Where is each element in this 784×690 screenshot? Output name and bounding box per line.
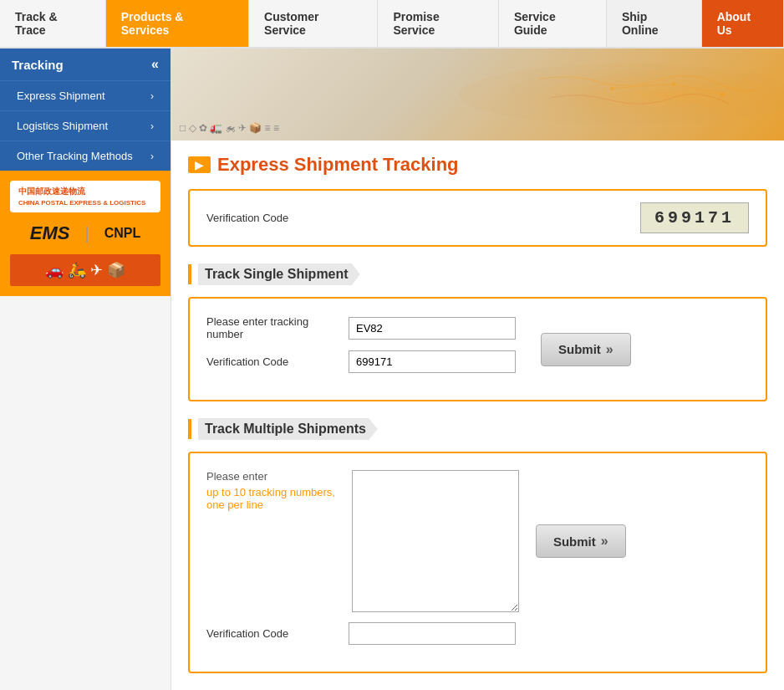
double-arrow-icon: » (606, 342, 613, 357)
verification-code-box: Verification Code 699171 (188, 189, 767, 247)
verification-label: Verification Code (206, 212, 288, 224)
banner-map-graphic (416, 49, 784, 141)
track-multiple-section-header: Track Multiple Shipments (188, 418, 767, 440)
track-single-form-box: Please enter tracking number Verificatio… (188, 297, 767, 401)
main-content: □ ◇ ✿ 🚛 🏍 ✈ 📦 ≡ ≡ ▶ Express Shipment Tra… (171, 49, 784, 690)
tracking-number-input[interactable] (349, 317, 516, 340)
section-arrow-button[interactable]: ▶ (188, 156, 211, 173)
single-verification-input[interactable] (349, 350, 516, 373)
main-layout: Tracking « Express Shipment › Logistics … (0, 49, 784, 690)
nav-about-us[interactable]: About Us (702, 0, 784, 47)
nav-ship-online[interactable]: Ship Online (607, 0, 702, 47)
track-single-submit-button[interactable]: Submit » (541, 333, 631, 366)
track-single-title: Track Single Shipment (198, 263, 360, 285)
nav-promise-service[interactable]: Promise Service (378, 0, 498, 47)
tracking-number-row: Please enter tracking number (206, 315, 516, 340)
sidebar-tracking-label: Tracking (12, 58, 64, 72)
brand-ems-box: EMS | CNPL (10, 219, 160, 248)
track-single-form-inner: Please enter tracking number Verificatio… (206, 315, 749, 383)
track-multiple-submit-button[interactable]: Submit » (536, 524, 626, 558)
multiple-verification-label: Verification Code (206, 627, 340, 640)
multiple-verification-input[interactable] (349, 622, 516, 645)
section-title: ▶ Express Shipment Tracking (188, 154, 767, 176)
cnpl-logo-icon: 中国邮政速递物流 CHINA POSTAL EXPRESS & LOGISTIC… (18, 186, 145, 207)
multi-instruction: Please enter up to 10 tracking numbers, … (206, 470, 335, 511)
track-multiple-form-box: Please enter up to 10 tracking numbers, … (188, 452, 767, 673)
chevron-right-icon: › (150, 120, 154, 132)
track-single-section-header: Track Single Shipment (188, 263, 767, 285)
section-bar-multiple (188, 419, 191, 439)
chevron-right-icon: › (150, 151, 154, 162)
sidebar-tracking-header[interactable]: Tracking « (0, 49, 171, 80)
brand-cnpl-box: 中国邮政速递物流 CHINA POSTAL EXPRESS & LOGISTIC… (10, 181, 160, 212)
single-verification-label: Verification Code (206, 355, 340, 368)
banner: □ ◇ ✿ 🚛 🏍 ✈ 📦 ≡ ≡ (171, 49, 784, 141)
multiple-tracking-textarea[interactable] (352, 470, 519, 612)
brand-icons: 🚗 🛵 ✈ 📦 (10, 254, 160, 286)
track-multiple-title: Track Multiple Shipments (198, 418, 378, 440)
sidebar: Tracking « Express Shipment › Logistics … (0, 49, 171, 690)
track-single-fields: Please enter tracking number Verificatio… (206, 315, 516, 383)
double-arrow-icon-multiple: » (601, 534, 608, 549)
nav-customer-service[interactable]: Customer Service (249, 0, 378, 47)
banner-icons-bar: □ ◇ ✿ 🚛 🏍 ✈ 📦 ≡ ≡ (180, 122, 279, 134)
sidebar-item-logistics-shipment[interactable]: Logistics Shipment › (0, 110, 171, 141)
sidebar-item-express-shipment[interactable]: Express Shipment › (0, 80, 171, 110)
track-multiple-left: Please enter up to 10 tracking numbers, … (206, 470, 335, 511)
ems-logo: EMS (30, 222, 70, 244)
sidebar-brand: 中国邮政速递物流 CHINA POSTAL EXPRESS & LOGISTIC… (0, 171, 171, 296)
tracking-number-label: Please enter tracking number (206, 315, 340, 340)
nav-track-trace[interactable]: Track & Trace (0, 0, 106, 47)
track-multiple-form-inner: Please enter up to 10 tracking numbers, … (206, 470, 749, 612)
svg-point-0 (460, 64, 784, 125)
captcha-image: 699171 (640, 202, 749, 233)
cnpl-abbr: CNPL (104, 226, 141, 241)
single-verification-row: Verification Code (206, 350, 516, 373)
multiple-verification-row: Verification Code (206, 622, 749, 645)
section-bar (188, 264, 191, 284)
sidebar-tracking-chevron: « (151, 57, 159, 72)
chevron-right-icon: › (150, 90, 154, 102)
sidebar-item-other-tracking[interactable]: Other Tracking Methods › (0, 141, 171, 171)
nav-service-guide[interactable]: Service Guide (499, 0, 607, 47)
content-area: ▶ Express Shipment Tracking Verification… (171, 141, 784, 690)
nav-products-services[interactable]: Products & Services (106, 0, 249, 47)
top-navigation: Track & Trace Products & Services Custom… (0, 0, 784, 49)
